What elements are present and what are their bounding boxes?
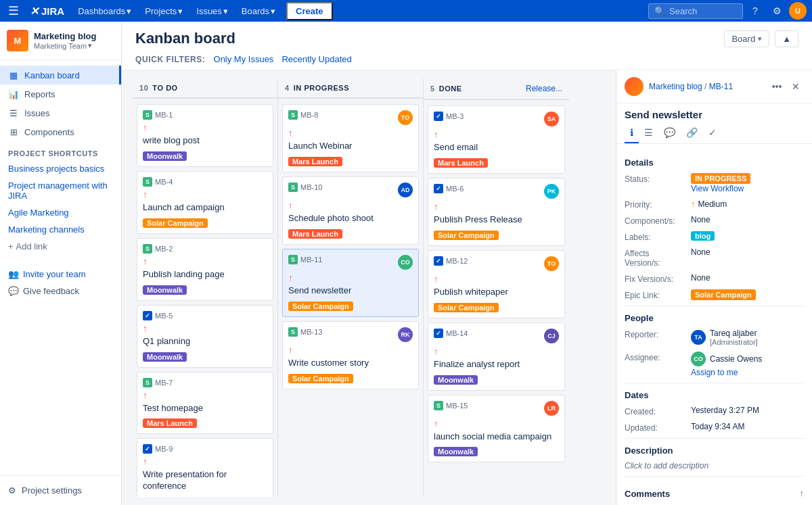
quick-filters-label: QUICK FILTERS: <box>135 55 206 64</box>
main-content: Kanban board Board ▾ ▲ QUICK FILTERS: On… <box>122 22 812 505</box>
affects-field: Affects Version/s: None <box>625 247 804 268</box>
task-icon: ✓ <box>434 329 443 338</box>
labels-value: blog <box>691 231 715 241</box>
card-mb14[interactable]: ✓ MB-14 CJ ↑ Finalize analyst report Moo… <box>428 322 565 391</box>
hamburger-menu-icon[interactable]: ☰ <box>5 1 22 21</box>
settings-button[interactable]: ⚙ <box>767 1 786 20</box>
priority-up-icon: ↑ <box>434 274 438 284</box>
chevron-down-icon: ▾ <box>223 6 228 16</box>
card-mb2[interactable]: S MB-2 ↑ Publish landing page Moonwalk <box>137 238 273 301</box>
shortcut-business[interactable]: Business projects basics <box>0 160 121 177</box>
card-label: Solar Campaign <box>434 231 499 240</box>
epic-link-badge: Solar Campaign <box>691 289 756 300</box>
issues-menu[interactable]: Issues ▾ <box>191 3 233 19</box>
search-input[interactable] <box>669 6 737 16</box>
user-avatar[interactable]: U <box>789 2 807 20</box>
give-feedback-link[interactable]: 💬 Give feedback <box>0 283 121 299</box>
help-button[interactable]: ? <box>746 1 765 20</box>
release-button[interactable]: Release... <box>526 84 562 93</box>
tab-activity[interactable]: ☰ <box>639 123 658 143</box>
tab-details[interactable]: ℹ <box>625 123 639 143</box>
project-team[interactable]: Marketing Team ▾ <box>34 41 114 50</box>
filter-recently-updated[interactable]: Recently Updated <box>281 54 351 64</box>
detail-more-button[interactable]: ••• <box>769 78 785 95</box>
reporter-avatar: TA <box>691 330 706 345</box>
breadcrumb-project[interactable]: Marketing blog <box>649 82 702 91</box>
card-mb15[interactable]: S MB-15 LR ↑ launch social media campaig… <box>428 395 565 463</box>
card-label: Moonwalk <box>434 375 478 385</box>
logo-text: JIRA <box>41 5 64 17</box>
card-assignee-avatar: PK <box>544 184 559 199</box>
divider <box>625 306 804 306</box>
card-label: Mars Launch <box>288 229 342 239</box>
reporter-name: Tareq aljaber <box>710 329 758 338</box>
sort-comments-icon[interactable]: ↑ <box>800 488 805 498</box>
filter-my-issues[interactable]: Only My Issues <box>214 54 274 64</box>
shortcut-agile[interactable]: Agile Marketing <box>0 204 121 221</box>
card-mb9[interactable]: ✓ MB-9 ↑ Write presentation for conferen… <box>137 438 273 497</box>
assignee-name: Cassie Owens <box>710 354 762 364</box>
tab-link[interactable]: 🔗 <box>681 123 703 143</box>
card-mb12[interactable]: ✓ MB-12 TO ↑ Publish whitepaper Solar Ca… <box>428 250 565 318</box>
add-link-button[interactable]: + Add link <box>0 238 121 255</box>
card-label: Solar Campaign <box>288 302 353 311</box>
project-avatar: M <box>7 30 28 51</box>
column-inprogress: 4 In Progress S MB-8 TO <box>278 78 424 497</box>
sidebar-item-reports[interactable]: 📊 Reports <box>0 85 121 103</box>
create-button[interactable]: Create <box>286 2 332 20</box>
shortcut-project-mgmt[interactable]: Project management with JIRA <box>0 177 121 204</box>
card-label: Mars Launch <box>434 158 488 168</box>
detail-tabs: ℹ ☰ 💬 🔗 ✓ <box>616 123 812 144</box>
priority-up-icon: ↑ <box>143 122 148 133</box>
priority-up-icon: ↑ <box>143 390 148 400</box>
sidebar-item-issues[interactable]: ☰ Issues <box>0 103 121 122</box>
detail-close-button[interactable]: ✕ <box>788 78 804 95</box>
boards-menu[interactable]: Boards ▾ <box>236 3 281 19</box>
reporter-field: Reporter: TA Tareq aljaber [Administrato… <box>625 329 804 346</box>
gear-icon: ⚙ <box>8 485 16 496</box>
card-mb13[interactable]: S MB-13 RK ↑ Write customer story Solar … <box>282 321 419 389</box>
detail-panel-header: Marketing blog / MB-11 ••• ✕ <box>616 70 812 103</box>
description-placeholder[interactable]: Click to add description <box>625 461 804 471</box>
tab-checklist[interactable]: ✓ <box>703 123 722 143</box>
board-title-row: Kanban board Board ▾ ▲ <box>135 30 798 47</box>
sidebar-item-components[interactable]: ⊞ Components <box>0 122 121 141</box>
assignee-avatar: CO <box>691 352 706 366</box>
assign-to-me-link[interactable]: Assign to me <box>691 368 762 377</box>
divider <box>625 383 804 383</box>
view-workflow-link[interactable]: View Workflow <box>691 184 744 193</box>
breadcrumb-issue[interactable]: MB-11 <box>709 82 733 91</box>
story-icon: S <box>288 183 298 192</box>
affects-label: Affects Version/s: <box>625 247 685 268</box>
column-todo: 10 To Do S MB-1 <box>133 78 278 497</box>
column-todo-count: 10 <box>139 84 148 92</box>
project-settings-link[interactable]: ⚙ Project settings <box>0 481 121 500</box>
card-mb11[interactable]: S MB-11 CO ↑ Send newsletter Solar Campa… <box>282 249 419 317</box>
created-value: Yesterday 3:27 PM <box>691 406 804 415</box>
people-section-title: People <box>625 313 804 323</box>
board-collapse-button[interactable]: ▲ <box>775 30 798 47</box>
card-mb3[interactable]: ✓ MB-3 SA ↑ Send email Mars Launch <box>428 105 565 174</box>
card-label: Solar Campaign <box>143 218 208 228</box>
card-mb7[interactable]: S MB-7 ↑ Test homepage Mars Launch <box>137 372 273 435</box>
shortcut-marketing[interactable]: Marketing channels <box>0 221 121 238</box>
search-box[interactable]: 🔍 <box>648 3 743 19</box>
priority-up-icon: ↑ <box>288 128 293 138</box>
invite-team-link[interactable]: 👥 Invite your team <box>0 266 121 283</box>
dashboards-menu[interactable]: Dashboards ▾ <box>72 3 137 19</box>
label-tag: blog <box>691 231 715 241</box>
card-mb6[interactable]: ✓ MB-6 PK ↑ Publish Press Release Solar … <box>428 178 565 246</box>
board-view-button[interactable]: Board ▾ <box>724 30 769 47</box>
assignee-value: CO Cassie Owens Assign to me <box>691 352 762 377</box>
card-mb1[interactable]: S MB-1 ↑ write blog post Moonwalk <box>137 104 273 167</box>
card-mb8[interactable]: S MB-8 TO ↑ Launch Webinar Mars Launch <box>282 104 419 172</box>
card-label: Moonwalk <box>143 352 187 362</box>
tab-comments[interactable]: 💬 <box>658 123 681 143</box>
card-mb5[interactable]: ✓ MB-5 ↑ Q1 planning Moonwalk <box>137 305 273 368</box>
card-label: Moonwalk <box>434 447 478 456</box>
projects-menu[interactable]: Projects ▾ <box>139 3 188 19</box>
card-mb4[interactable]: S MB-4 ↑ Launch ad campaign Solar Campai… <box>137 171 273 234</box>
sidebar-item-kanban[interactable]: ▦ Kanban board <box>0 66 121 85</box>
chevron-down-icon: ▾ <box>178 6 183 16</box>
card-mb10[interactable]: S MB-10 AD ↑ Schedule photo shoot Mars L… <box>282 176 419 245</box>
